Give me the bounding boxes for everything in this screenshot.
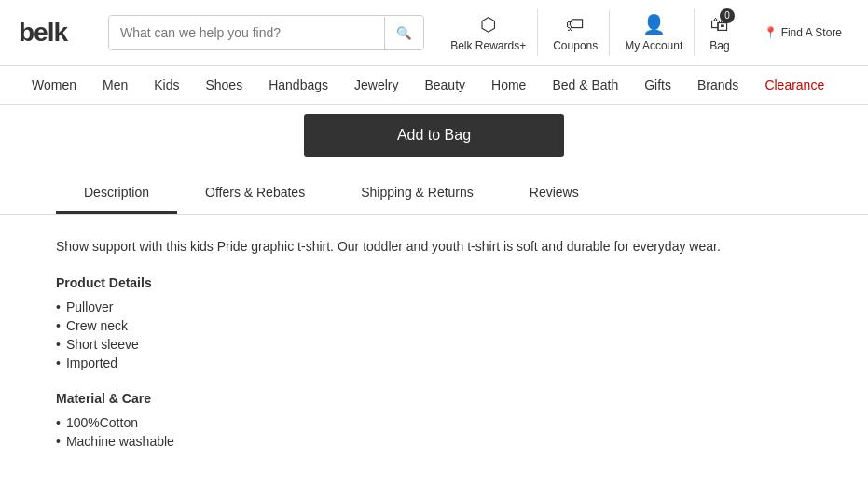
search-input[interactable] <box>109 16 384 49</box>
search-button[interactable]: 🔍 <box>384 17 423 49</box>
account-label: My Account <box>625 39 682 52</box>
tab-description[interactable]: Description <box>56 172 177 214</box>
nav-bar: Women Men Kids Shoes Handbags Jewelry Be… <box>0 66 868 105</box>
list-item: Crew neck <box>56 316 812 335</box>
nav-items: Women Men Kids Shoes Handbags Jewelry Be… <box>19 66 849 104</box>
nav-item-brands[interactable]: Brands <box>684 66 751 104</box>
nav-item-shoes[interactable]: Shoes <box>192 66 255 104</box>
logo[interactable]: belk <box>19 18 93 48</box>
list-item: 100%Cotton <box>56 413 812 432</box>
nav-item-beauty[interactable]: Beauty <box>411 66 478 104</box>
find-store-link[interactable]: 📍 Find A Store <box>756 22 849 43</box>
search-icon: 🔍 <box>396 26 412 40</box>
list-item: Short sleeve <box>56 335 812 354</box>
nav-item-kids[interactable]: Kids <box>141 66 192 104</box>
belk-rewards-icon: ⬡ <box>480 13 496 35</box>
nav-item-clearance[interactable]: Clearance <box>751 66 837 104</box>
belk-rewards-label: Belk Rewards+ <box>450 39 526 52</box>
content-area: Show support with this kids Pride graphi… <box>0 215 868 488</box>
product-description: Show support with this kids Pride graphi… <box>56 237 812 257</box>
nav-item-men[interactable]: Men <box>90 66 141 104</box>
header: belk 🔍 ⬡ Belk Rewards+ 🏷 Coupons 👤 My Ac… <box>0 0 868 66</box>
tab-reviews[interactable]: Reviews <box>502 172 607 214</box>
belk-rewards-link[interactable]: ⬡ Belk Rewards+ <box>439 9 538 56</box>
coupons-label: Coupons <box>553 39 598 52</box>
add-to-bag-button[interactable]: Add to Bag <box>304 114 564 157</box>
list-item: Machine washable <box>56 432 812 451</box>
account-icon: 👤 <box>642 13 666 35</box>
coupons-link[interactable]: 🏷 Coupons <box>542 10 610 56</box>
list-item: Pullover <box>56 298 812 316</box>
bag-link[interactable]: 🛍 0 Bag <box>698 10 740 56</box>
account-link[interactable]: 👤 My Account <box>613 9 695 56</box>
find-store-label: Find A Store <box>781 26 842 39</box>
product-details-section: Product Details Pullover Crew neck Short… <box>56 275 812 372</box>
nav-item-gifts[interactable]: Gifts <box>631 66 684 104</box>
nav-item-jewelry[interactable]: Jewelry <box>341 66 411 104</box>
nav-item-home[interactable]: Home <box>478 66 539 104</box>
nav-item-bed-bath[interactable]: Bed & Bath <box>539 66 631 104</box>
top-button-area: Add to Bag <box>0 105 868 172</box>
nav-item-women[interactable]: Women <box>19 66 90 104</box>
list-item: Imported <box>56 354 812 372</box>
product-details-list: Pullover Crew neck Short sleeve Imported <box>56 298 812 372</box>
bag-badge-wrapper: 🛍 0 <box>710 14 729 35</box>
tab-offers-rebates[interactable]: Offers & Rebates <box>177 172 333 214</box>
material-care-list: 100%Cotton Machine washable <box>56 413 812 451</box>
store-icon: 📍 <box>764 26 778 39</box>
bag-count: 0 <box>720 8 735 23</box>
header-icons: ⬡ Belk Rewards+ 🏷 Coupons 👤 My Account 🛍… <box>439 9 740 56</box>
coupons-icon: 🏷 <box>566 14 585 35</box>
nav-item-handbags[interactable]: Handbags <box>255 66 341 104</box>
tabs-container: Description Offers & Rebates Shipping & … <box>0 172 868 215</box>
tab-shipping-returns[interactable]: Shipping & Returns <box>333 172 502 214</box>
search-bar: 🔍 <box>108 15 424 50</box>
material-care-title: Material & Care <box>56 391 812 406</box>
material-care-section: Material & Care 100%Cotton Machine washa… <box>56 391 812 451</box>
product-details-title: Product Details <box>56 275 812 290</box>
bag-label: Bag <box>710 39 729 52</box>
